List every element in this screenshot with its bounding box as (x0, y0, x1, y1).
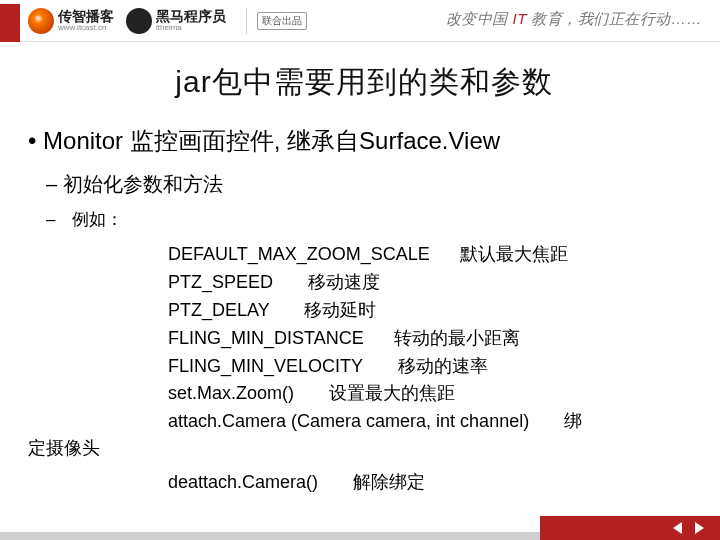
code-line: FLING_MIN_VELOCITY 移动的速率 (168, 353, 700, 381)
code-line-after: deattach.Camera() 解除绑定 (168, 470, 700, 494)
divider (246, 8, 247, 34)
joint-label: 联合出品 (257, 12, 307, 30)
code-line: PTZ_DELAY 移动延时 (168, 297, 700, 325)
footer (0, 514, 720, 540)
code-line: attach.Camera (Camera camera, int channe… (168, 408, 700, 436)
logo1-url: www.itcast.cn (58, 23, 114, 32)
logo-itheima: 黑马程序员 itheima (126, 8, 226, 34)
logo-itcast: 传智播客 www.itcast.cn (28, 8, 114, 34)
next-slide-button[interactable] (688, 519, 710, 537)
logo-group: 传智播客 www.itcast.cn 黑马程序员 itheima 联合出品 (28, 8, 307, 34)
slogan-post: 教育，我们正在行动…… (527, 10, 702, 27)
code-line: DEFAULT_MAX_ZOOM_SCALE 默认最大焦距 (168, 241, 700, 269)
footer-nav (540, 516, 720, 540)
bullet1-text: Monitor 监控画面控件, 继承自Surface.View (43, 127, 500, 154)
itheima-icon (126, 8, 152, 34)
bullet-level2: 初始化参数和方法 (46, 171, 700, 198)
logo2-name: 黑马程序员 (156, 9, 226, 23)
code-line: PTZ_SPEED 移动速度 (168, 269, 700, 297)
header-accent (0, 4, 20, 42)
wrapped-line: 定摄像头 (28, 436, 700, 460)
slogan-highlight: IT (512, 10, 526, 27)
logo1-name: 传智播客 (58, 9, 114, 23)
itcast-icon (28, 8, 54, 34)
top-header: 传智播客 www.itcast.cn 黑马程序员 itheima 联合出品 改变… (0, 0, 720, 42)
bullet-level3: –例如： (46, 208, 700, 231)
logo2-url: itheima (156, 23, 226, 32)
slogan: 改变中国 IT 教育，我们正在行动…… (446, 10, 702, 29)
code-line: FLING_MIN_DISTANCE 转动的最小距离 (168, 325, 700, 353)
code-block: DEFAULT_MAX_ZOOM_SCALE 默认最大焦距 PTZ_SPEED … (168, 241, 700, 436)
footer-grey-bar (0, 532, 540, 540)
bullet-level1: Monitor 监控画面控件, 继承自Surface.View (28, 125, 700, 157)
slogan-pre: 改变中国 (446, 10, 513, 27)
code-line: set.Max.Zoom() 设置最大的焦距 (168, 380, 700, 408)
slide-content: jar包中需要用到的类和参数 Monitor 监控画面控件, 继承自Surfac… (0, 42, 720, 494)
page-title: jar包中需要用到的类和参数 (28, 62, 700, 103)
bullet3-text: 例如： (72, 210, 123, 229)
prev-slide-button[interactable] (666, 519, 688, 537)
bullet2-text: 初始化参数和方法 (63, 173, 223, 195)
